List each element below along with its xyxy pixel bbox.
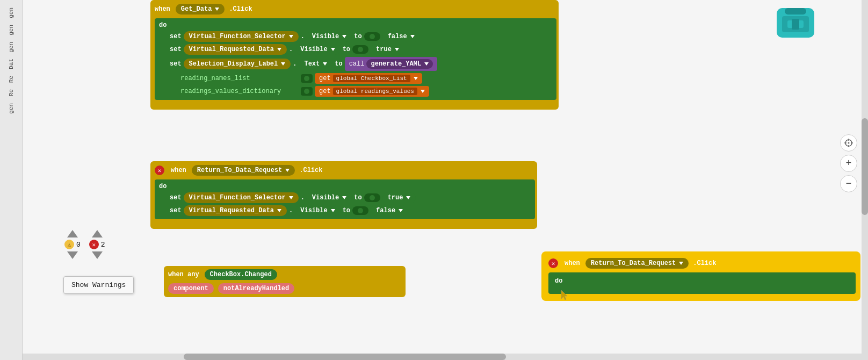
err-arrows-down	[92, 250, 103, 259]
false-pill-2[interactable]: false	[371, 205, 408, 216]
sidebar-item-gen4[interactable]: gen	[7, 101, 16, 116]
true-connector-1	[352, 45, 368, 54]
get-readings-values[interactable]: get global readings_values	[315, 86, 429, 97]
zoom-plus-label: +	[846, 158, 852, 169]
set-row-4: set Virtual_Function_Selector . Visible …	[170, 192, 531, 203]
warnings-block[interactable]: ⚠ 0	[64, 230, 81, 259]
sidebar-item-gen1[interactable]: gen	[7, 5, 16, 20]
when-label-1: when	[155, 5, 170, 13]
block-checkbox-header: when any CheckBox.Changed	[168, 269, 401, 280]
main-canvas: gen gen gen Dat Re Re gen when Get_Data …	[0, 0, 868, 360]
when-label-2: when	[171, 167, 186, 174]
text-pill[interactable]: Text	[299, 59, 332, 69]
true-pill-2[interactable]: true	[382, 192, 416, 203]
false-connector-1	[364, 32, 380, 41]
vfs-dropdown-1[interactable]	[289, 35, 293, 38]
sdl-pill[interactable]: Selection_Display_Label	[184, 59, 291, 69]
sdl-dropdown[interactable]	[281, 62, 285, 66]
warn-arrows-down	[67, 250, 78, 259]
crosshair-icon	[844, 138, 853, 148]
vfs-pill-1[interactable]: Virtual_Function_Selector	[184, 31, 299, 42]
vfs-pill-2[interactable]: Virtual_Function_Selector	[184, 192, 299, 203]
sidebar-item-gen2[interactable]: gen	[7, 23, 16, 38]
param-row-1: reading_names_list get global Checkbox_L…	[180, 73, 552, 84]
visible-pill-4[interactable]: Visible	[295, 205, 340, 216]
visible-pill-2[interactable]: Visible	[295, 44, 340, 55]
component-pill[interactable]: component	[168, 283, 214, 294]
return-dropdown[interactable]	[285, 169, 290, 172]
connector-2	[358, 47, 363, 52]
not-already-pill[interactable]: notAlreadyHandled	[218, 283, 294, 294]
checkbox-event-pill[interactable]: CheckBox.Changed	[205, 269, 277, 280]
arrow-up-err	[92, 230, 103, 237]
click-label-1: .Click	[229, 5, 252, 13]
visible-pill-1[interactable]: Visible	[307, 31, 352, 42]
warn-count-row: ⚠ 0	[64, 240, 81, 249]
zoom-in-btn[interactable]: +	[840, 155, 857, 172]
text-dropdown[interactable]	[323, 62, 327, 66]
visible-dropdown-2[interactable]	[331, 48, 335, 51]
errors-block[interactable]: ✕ 2	[89, 230, 105, 259]
param1-connector	[301, 74, 313, 83]
param-row-2: readings_values_dictionary get global re…	[180, 86, 552, 97]
block2-bottom	[155, 219, 262, 225]
set-row-3: set Selection_Display_Label . Text to ca…	[170, 57, 552, 71]
block-return-header: ✕ when Return_To_Data_Request .Click	[155, 163, 535, 177]
true-pill-1[interactable]: true	[371, 44, 404, 55]
set-row-1: set Virtual_Function_Selector . Visible …	[170, 31, 552, 42]
return2-event-pill[interactable]: Return_To_Data_Request	[585, 258, 689, 269]
yaml-dropdown[interactable]	[424, 62, 429, 66]
return-event-pill[interactable]: Return_To_Data_Request	[192, 165, 295, 176]
robot-icon	[771, 0, 820, 40]
error-number: 2	[101, 241, 105, 249]
param2-connector	[301, 87, 313, 96]
get-checkbox-list[interactable]: get global Checkbox_List	[315, 73, 422, 84]
true-connector-2	[364, 193, 380, 202]
vertical-scrollbar[interactable]	[862, 0, 868, 360]
vrd-pill-1[interactable]: Virtual_Requested_Data	[184, 44, 287, 55]
err-count-row: ✕ 2	[89, 240, 105, 249]
visible-pill-3[interactable]: Visible	[307, 192, 352, 203]
param2-label: readings_values_dictionary	[180, 88, 299, 95]
block-return-do: do set Virtual_Function_Selector . Visib…	[155, 179, 535, 219]
param1-label: reading_names_list	[180, 75, 299, 82]
sidebar-item-gen3[interactable]: gen	[7, 40, 16, 55]
vrd-pill-2[interactable]: Virtual_Requested_Data	[184, 205, 287, 216]
arrow-down-err	[92, 251, 103, 259]
svg-rect-1	[785, 8, 806, 15]
connector-1	[370, 34, 375, 39]
svg-point-6	[848, 142, 850, 144]
get-data-event[interactable]: Get_Data	[176, 4, 225, 15]
horizontal-scrollbar[interactable]	[23, 354, 862, 360]
generate-yaml-pill[interactable]: generate_YAML	[366, 59, 433, 69]
show-warnings-tooltip[interactable]: Show Warnings	[63, 276, 134, 294]
global-checkbox-list: global Checkbox_List	[333, 75, 410, 82]
zoom-crosshair-btn[interactable]	[840, 134, 857, 152]
error-icon-1: ✕	[155, 165, 164, 175]
checkbox-params: component notAlreadyHandled	[168, 283, 401, 294]
warn-arrows-up	[67, 230, 78, 239]
warning-icon: ⚠	[64, 240, 74, 249]
zoom-minus-label: −	[846, 178, 852, 189]
avatar-area	[771, 0, 825, 43]
block-return-main-outer: ✕ when Return_To_Data_Request .Click do …	[150, 161, 537, 229]
visible-dropdown-1[interactable]	[342, 35, 346, 38]
vrd-dropdown-1[interactable]	[277, 48, 281, 51]
do-label-1: do	[159, 21, 552, 29]
true-dropdown-1[interactable]	[395, 48, 399, 51]
block-return-secondary: ✕ when Return_To_Data_Request .Click do	[542, 253, 859, 300]
sidebar-item-dat[interactable]: Dat	[7, 56, 16, 71]
hscrollbar-thumb[interactable]	[184, 354, 506, 360]
block1-bottom	[155, 100, 262, 105]
false-dropdown-1[interactable]	[410, 35, 415, 38]
sidebar: gen gen gen Dat Re Re gen	[0, 0, 23, 360]
block-get-data-header: when Get_Data .Click	[155, 2, 556, 16]
false-pill-1[interactable]: false	[382, 31, 420, 42]
error-icon-2: ✕	[548, 258, 558, 268]
sidebar-item-re1[interactable]: Re	[7, 74, 16, 85]
scrollbar-thumb[interactable]	[862, 118, 868, 215]
sidebar-item-re2[interactable]: Re	[7, 87, 16, 98]
error-icon-count: ✕	[89, 240, 99, 249]
get-data-dropdown[interactable]	[215, 8, 219, 11]
zoom-out-btn[interactable]: −	[840, 175, 857, 192]
